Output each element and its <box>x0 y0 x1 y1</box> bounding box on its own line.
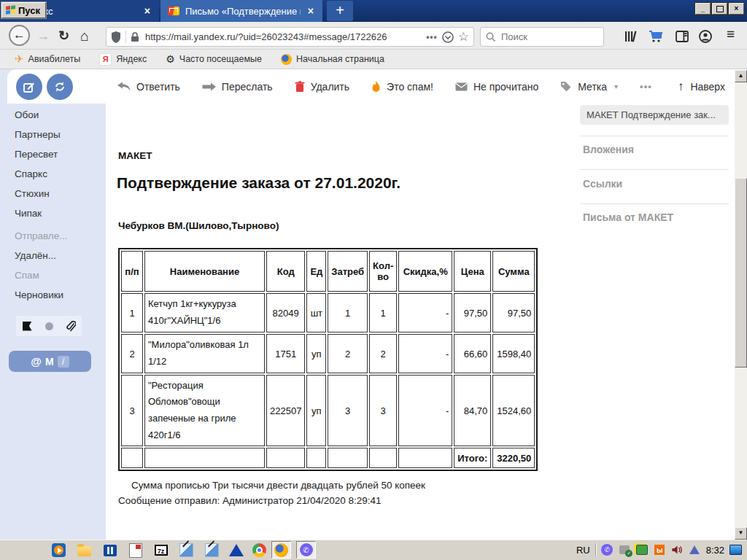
taskbar-folder-icon[interactable] <box>77 542 92 558</box>
reload-button[interactable]: ↻ <box>58 26 69 45</box>
tray-usb-icon[interactable] <box>619 544 631 556</box>
cell-price: 97,50 <box>454 293 491 332</box>
close-tab-icon[interactable]: × <box>306 5 315 17</box>
forward-button[interactable]: → <box>36 26 50 45</box>
tray-display-icon[interactable] <box>729 544 742 556</box>
cell-num: 3 <box>121 375 143 446</box>
table-header-row: п/п Наименование Код Ед Затреб Кол-во Ск… <box>121 251 535 292</box>
bookmark-yandex[interactable]: Я Яндекс <box>99 53 147 66</box>
taskbar-clock[interactable]: 8:32 <box>706 545 724 556</box>
cell-empty <box>328 448 368 468</box>
sidebar-item-oboi[interactable]: Обои <box>15 109 39 120</box>
taskbar-catalog-icon[interactable] <box>102 542 117 558</box>
library-icon[interactable] <box>622 28 640 45</box>
page-actions-icon[interactable]: ••• <box>426 32 438 42</box>
tray-viber-icon[interactable]: ✆ <box>601 544 614 556</box>
taskbar-pen-app-icon[interactable] <box>179 542 194 558</box>
account-icon[interactable] <box>696 28 715 45</box>
unread-label: Не прочитано <box>473 81 538 93</box>
sidebar-item-peresvet[interactable]: Пересвет <box>15 149 58 160</box>
reply-icon <box>117 82 131 91</box>
forward-icon <box>202 82 216 91</box>
to-top-button[interactable]: ↑ Наверх <box>678 69 725 104</box>
tray-triangle-icon[interactable] <box>689 544 701 556</box>
cell-sum: 97,50 <box>492 293 535 332</box>
tray-network-icon[interactable] <box>636 544 649 556</box>
reply-button[interactable]: Ответить <box>117 81 180 93</box>
slash-icon: / <box>58 356 69 368</box>
tab-label: Письмо «Подтверждение приема <box>185 6 301 17</box>
url-bar[interactable]: ••• ☆ <box>106 27 474 47</box>
sidebar-item-sent[interactable]: Отправле... <box>15 230 68 241</box>
shield-icon[interactable] <box>111 31 121 43</box>
spam-button[interactable]: Это спам! <box>371 81 433 93</box>
cell-empty <box>266 448 305 468</box>
label-label: Метка <box>578 81 607 93</box>
search-bar[interactable] <box>480 27 604 47</box>
search-input[interactable] <box>500 31 598 43</box>
divider <box>125 31 126 43</box>
tray-volume-icon[interactable] <box>671 544 684 556</box>
unread-button[interactable]: Не прочитано <box>455 81 538 93</box>
taskbar-notepad-icon[interactable] <box>128 542 143 558</box>
scroll-up-button[interactable]: ▲ <box>735 70 747 82</box>
forward-button[interactable]: Переслать <box>202 81 273 93</box>
scrollbar-thumb[interactable] <box>735 178 747 368</box>
sidebar-item-sparks[interactable]: Спаркс <box>15 168 47 179</box>
home-button[interactable]: ⌂ <box>80 26 89 45</box>
cart-icon[interactable] <box>646 28 665 45</box>
sidebar-item-chipak[interactable]: Чипак <box>15 208 42 219</box>
delete-button[interactable]: Удалить <box>295 81 349 93</box>
sidebar-item-styukhin[interactable]: Стюхин <box>15 188 50 199</box>
messengers-badge[interactable]: @ M / <box>9 351 91 372</box>
taskbar-pyramid-app-icon[interactable] <box>228 542 244 558</box>
sidebar-item-partnery[interactable]: Партнеры <box>15 129 61 140</box>
close-tab-icon[interactable]: × <box>143 5 152 17</box>
right-panel-item-attachments[interactable]: Вложения <box>583 144 634 155</box>
taskbar-pen-app-icon[interactable] <box>204 542 220 558</box>
vertical-scrollbar[interactable]: ▲ ▼ <box>735 70 747 540</box>
start-label: Пуск <box>18 5 40 16</box>
language-indicator[interactable]: RU <box>576 545 590 556</box>
minimize-button[interactable]: _ <box>695 3 711 15</box>
right-panel-item-letters-from[interactable]: Письма от МАКЕТ <box>583 211 673 223</box>
sidebar-item-drafts[interactable]: Черновики <box>15 289 63 300</box>
close-button[interactable]: × <box>729 3 744 15</box>
refresh-button[interactable] <box>47 74 73 100</box>
menu-icon[interactable]: ≡ <box>727 26 735 42</box>
sidebar-item-spam[interactable]: Спам <box>15 270 39 281</box>
scroll-down-button[interactable]: ▼ <box>735 527 747 540</box>
bookmark-homepage[interactable]: Начальная страница <box>281 54 384 65</box>
taskbar-viber-icon[interactable]: ✆ <box>296 541 316 559</box>
sidebar-toggle-icon[interactable] <box>673 28 692 45</box>
bookmark-frequent[interactable]: ⚙ Часто посещаемые <box>166 53 262 65</box>
taskbar-chrome-icon[interactable] <box>252 542 267 558</box>
restore-button[interactable] <box>712 3 727 15</box>
tray-app-icon[interactable]: ы <box>654 544 666 556</box>
col-header: Скидка,% <box>398 251 452 292</box>
url-input[interactable] <box>144 31 422 43</box>
reply-label: Ответить <box>136 81 180 93</box>
new-tab-button[interactable]: + <box>327 1 353 21</box>
taskbar-firefox-icon[interactable] <box>271 541 291 559</box>
taskbar-media-player-icon[interactable] <box>51 542 66 558</box>
browser-tab-mail-letter[interactable]: Письмо «Подтверждение приема × <box>160 0 322 22</box>
col-header: Ед <box>306 251 326 292</box>
label-button[interactable]: Метка ▾ <box>560 81 618 93</box>
bookmark-label: Яндекс <box>116 54 147 64</box>
dot-button[interactable] <box>38 316 60 336</box>
right-panel-item-subject[interactable]: МАКЕТ Подтверждение зак... <box>580 105 729 125</box>
taskbar-7zip-icon[interactable]: 7z <box>153 542 169 558</box>
lock-icon[interactable] <box>131 32 139 42</box>
compose-button[interactable] <box>16 74 42 100</box>
pocket-icon[interactable] <box>442 31 454 43</box>
attachments-button[interactable] <box>60 316 82 336</box>
right-panel-item-links[interactable]: Ссылки <box>583 178 622 190</box>
start-button[interactable]: Пуск <box>1 2 46 18</box>
bookmark-flag-button[interactable] <box>16 316 38 336</box>
back-button[interactable]: ← <box>9 25 30 46</box>
sidebar-item-deleted[interactable]: Удалён... <box>15 250 56 261</box>
bookmark-aviabilety[interactable]: ✈ Авиабилеты <box>15 52 80 66</box>
bookmark-star-icon[interactable]: ☆ <box>458 29 469 44</box>
more-actions-button[interactable]: ••• <box>640 81 652 92</box>
